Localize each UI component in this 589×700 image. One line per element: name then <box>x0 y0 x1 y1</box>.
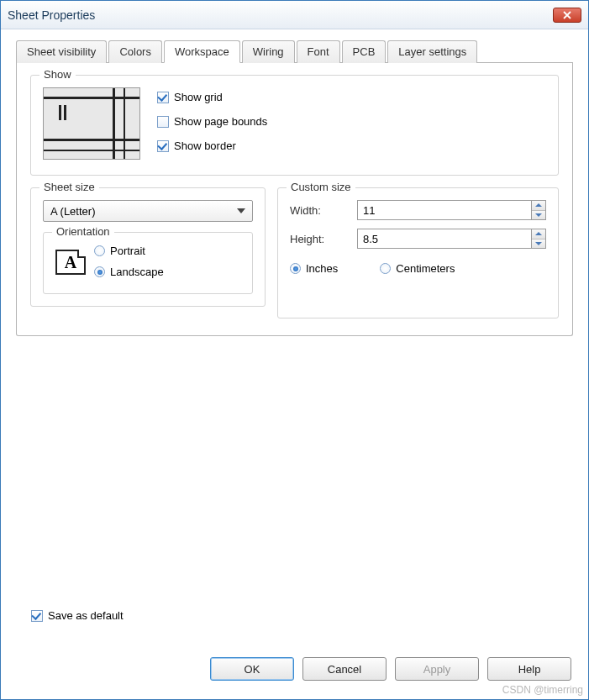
arrow-up-icon <box>535 232 542 235</box>
arrow-down-icon <box>535 213 542 217</box>
cancel-button[interactable]: Cancel <box>302 657 387 681</box>
ok-button[interactable]: OK <box>210 657 294 681</box>
tab-pcb[interactable]: PCB <box>342 40 387 63</box>
portrait-radio[interactable]: Portrait <box>94 245 164 257</box>
custom-size-fieldset: Custom size Width: <box>277 187 559 318</box>
workspace-panel: Show Show gr <box>16 63 573 336</box>
orientation-legend: Orientation <box>52 225 114 238</box>
tab-colors[interactable]: Colors <box>108 40 162 63</box>
grid-preview-thumbnail <box>43 87 140 160</box>
portrait-label: Portrait <box>110 245 145 257</box>
tab-wiring[interactable]: Wiring <box>242 40 295 63</box>
help-button[interactable]: Help <box>487 657 571 681</box>
height-label: Height: <box>290 233 357 245</box>
tab-layer-settings[interactable]: Layer settings <box>387 40 477 63</box>
orientation-icon: A <box>55 250 86 275</box>
height-spin-down[interactable] <box>532 239 545 249</box>
show-grid-label: Show grid <box>174 91 223 103</box>
sheet-size-legend: Sheet size <box>39 181 99 193</box>
close-button[interactable] <box>553 8 581 23</box>
watermark-text: CSDN @timerring <box>502 684 583 696</box>
centimeters-radio-circle <box>380 263 391 274</box>
arrow-down-icon <box>535 242 542 245</box>
save-as-default-row: Save as default <box>31 609 124 622</box>
tab-font[interactable]: Font <box>297 40 340 63</box>
width-input[interactable] <box>357 200 531 220</box>
show-fieldset: Show Show gr <box>30 75 559 176</box>
save-as-default-checkbox[interactable] <box>31 610 43 622</box>
sheet-size-fieldset: Sheet size A (Letter) Orientation A <box>30 187 266 307</box>
height-input[interactable] <box>357 229 531 249</box>
apply-button[interactable]: Apply <box>395 657 479 681</box>
inches-label: Inches <box>306 262 338 275</box>
height-spin-up[interactable] <box>532 229 545 239</box>
arrow-up-icon <box>535 203 542 207</box>
show-page-bounds-label: Show page bounds <box>174 115 267 128</box>
height-spinner <box>357 229 546 249</box>
show-page-bounds-row: Show page bounds <box>157 115 267 128</box>
sheet-size-dropdown[interactable]: A (Letter) <box>43 200 253 222</box>
show-grid-row: Show grid <box>157 91 267 103</box>
dialog-window: Sheet Properties Sheet visibility Colors… <box>0 0 589 700</box>
tab-workspace[interactable]: Workspace <box>164 40 240 63</box>
show-border-checkbox[interactable] <box>157 140 169 152</box>
chevron-down-icon <box>237 208 245 213</box>
window-title: Sheet Properties <box>8 8 553 22</box>
portrait-radio-circle <box>94 245 105 256</box>
width-label: Width: <box>290 204 357 217</box>
orientation-fieldset: Orientation A Portrait <box>43 232 253 294</box>
landscape-label: Landscape <box>110 266 164 278</box>
centimeters-radio[interactable]: Centimeters <box>380 262 455 275</box>
show-page-bounds-checkbox[interactable] <box>157 116 169 128</box>
show-border-label: Show border <box>174 139 236 152</box>
titlebar: Sheet Properties <box>1 1 588 29</box>
content-area: Sheet visibility Colors Workspace Wiring… <box>1 29 588 336</box>
inches-radio[interactable]: Inches <box>290 262 338 275</box>
width-spin-down[interactable] <box>532 211 545 220</box>
show-border-row: Show border <box>157 139 267 152</box>
dialog-buttons: OK Cancel Apply Help <box>210 657 571 681</box>
width-spin-up[interactable] <box>532 201 545 211</box>
centimeters-label: Centimeters <box>396 262 455 275</box>
sheet-size-value: A (Letter) <box>50 205 95 218</box>
show-legend: Show <box>39 68 76 81</box>
width-spinner <box>357 200 546 220</box>
tab-sheet-visibility[interactable]: Sheet visibility <box>16 40 107 63</box>
custom-size-legend: Custom size <box>287 181 355 193</box>
inches-radio-circle <box>290 263 301 274</box>
landscape-radio[interactable]: Landscape <box>94 266 164 278</box>
show-grid-checkbox[interactable] <box>157 92 169 103</box>
tab-strip: Sheet visibility Colors Workspace Wiring… <box>16 39 573 63</box>
landscape-radio-circle <box>94 266 105 277</box>
save-as-default-label: Save as default <box>48 609 124 622</box>
close-icon <box>563 11 571 19</box>
